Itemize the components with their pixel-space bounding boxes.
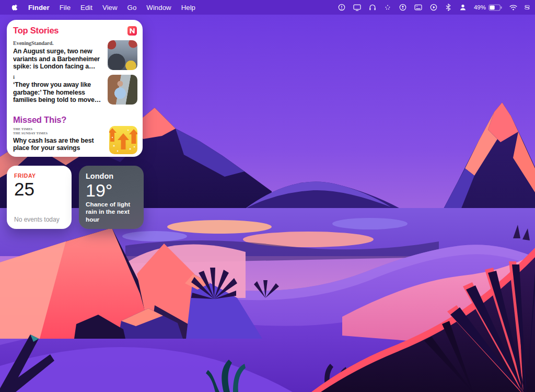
menu-edit[interactable]: Edit xyxy=(80,4,92,11)
calendar-widget[interactable]: FRIDAY 25 No events today xyxy=(7,166,72,229)
alert-circle-icon[interactable] xyxy=(338,3,346,11)
menu-go[interactable]: Go xyxy=(127,4,137,11)
app-menu-finder[interactable]: Finder xyxy=(28,4,50,11)
menu-view[interactable]: View xyxy=(102,4,118,11)
calendar-weekday: FRIDAY xyxy=(14,172,64,179)
news-story[interactable]: EveningStandard. An August surge, two ne… xyxy=(13,40,137,71)
weather-condition: Chance of light rain in the next hour xyxy=(86,201,137,223)
story-headline: ‘They throw you away like garbage:’ The … xyxy=(13,81,103,104)
menu-file[interactable]: File xyxy=(60,4,71,11)
dotted-pattern-icon[interactable] xyxy=(383,3,392,11)
story-thumbnail xyxy=(109,126,137,154)
menu-bar: Finder File Edit View Go Window Help xyxy=(0,0,535,15)
battery-percent: 49% xyxy=(474,4,486,10)
missed-this-title: Missed This? xyxy=(13,115,137,125)
isa-arrows-graphic xyxy=(109,126,137,154)
bluetooth-icon[interactable] xyxy=(445,3,452,11)
calendar-events-status: No events today xyxy=(14,216,64,223)
news-story[interactable]: THE TIMES THE SUNDAY TIMES Why cash Isas… xyxy=(13,125,137,154)
apple-news-icon xyxy=(127,26,137,36)
news-widget[interactable]: Top Stories EveningStandard. An August s… xyxy=(7,20,143,157)
news-widget-header: Top Stories xyxy=(13,26,137,36)
story-thumbnail xyxy=(108,40,137,70)
apple-icon xyxy=(10,3,18,12)
weather-temperature: 19° xyxy=(86,181,137,200)
top-stories-title: Top Stories xyxy=(13,26,59,36)
news-story[interactable]: i ‘They throw you away like garbage:’ Th… xyxy=(13,75,137,105)
apple-menu[interactable] xyxy=(10,3,18,12)
calendar-day-number: 25 xyxy=(14,179,64,199)
story-headline: An August surge, two new variants and a … xyxy=(13,48,103,71)
wifi-icon[interactable] xyxy=(509,4,518,11)
menu-help[interactable]: Help xyxy=(181,4,195,11)
weather-city: London xyxy=(86,172,137,180)
play-circle-icon[interactable] xyxy=(429,3,438,11)
weather-widget[interactable]: London 19° Chance of light rain in the n… xyxy=(79,166,144,229)
window-icon[interactable] xyxy=(414,3,423,11)
story-text: i ‘They throw you away like garbage:’ Th… xyxy=(13,75,103,104)
story-publisher: i xyxy=(13,75,103,80)
control-switches-icon[interactable] xyxy=(525,3,530,11)
story-thumbnail xyxy=(108,75,137,105)
battery-status[interactable]: 49% xyxy=(474,4,502,11)
headphones-icon[interactable] xyxy=(368,3,377,11)
story-publisher: THE TIMES THE SUNDAY TIMES xyxy=(13,127,105,135)
menu-window[interactable]: Window xyxy=(146,4,171,11)
story-headline: Why cash Isas are the best place for you… xyxy=(13,137,105,152)
desktop: Finder File Edit View Go Window Help xyxy=(0,0,535,392)
story-publisher: EveningStandard. xyxy=(13,40,103,46)
story-text: EveningStandard. An August surge, two ne… xyxy=(13,40,103,71)
display-icon[interactable] xyxy=(353,3,362,11)
keyhole-circle-icon[interactable] xyxy=(399,3,407,11)
user-switching-icon[interactable] xyxy=(459,3,467,11)
story-text: THE TIMES THE SUNDAY TIMES Why cash Isas… xyxy=(13,125,105,152)
battery-icon xyxy=(489,4,502,11)
